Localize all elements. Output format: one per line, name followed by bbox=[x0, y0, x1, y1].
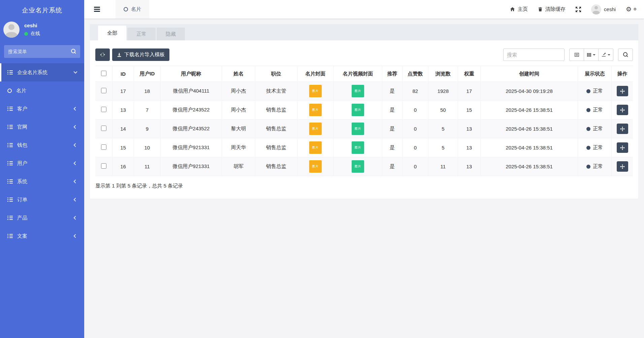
list-icon bbox=[7, 179, 13, 183]
table-row: 14 9 微信用户243522 黎大明 销售总监 图片 图片 是 0 5 13 … bbox=[95, 120, 633, 138]
tab-normal[interactable]: 正常 bbox=[127, 28, 156, 40]
settings-button[interactable]: ⚙⚙ bbox=[626, 6, 637, 12]
home-label: 主页 bbox=[518, 6, 528, 12]
sidebar-item-label: 企业名片系统 bbox=[17, 69, 47, 76]
move-row-button[interactable] bbox=[617, 142, 628, 153]
cell-video-cover: 图片 bbox=[333, 120, 382, 138]
table-body: 17 18 微信用户404111 周小杰 技术主管 图片 图片 是 82 192… bbox=[95, 82, 633, 176]
move-icon bbox=[620, 108, 625, 112]
chevron-left-icon bbox=[73, 161, 77, 165]
cell-likes: 0 bbox=[402, 101, 428, 120]
home-link[interactable]: 主页 bbox=[510, 6, 528, 12]
cell-video-cover: 图片 bbox=[333, 138, 382, 157]
status-dot bbox=[586, 127, 590, 131]
sidebar-item[interactable]: 名片 bbox=[0, 81, 84, 100]
status-label: 正常 bbox=[593, 144, 603, 151]
col-status: 展示状态 bbox=[578, 66, 612, 82]
sidebar-item[interactable]: 钱包 bbox=[0, 136, 84, 154]
col-recommend: 推荐 bbox=[382, 66, 402, 82]
card-cover-image[interactable]: 图片 bbox=[309, 123, 322, 135]
cell-nickname: 微信用户243522 bbox=[161, 101, 222, 120]
columns-grid-icon bbox=[587, 53, 591, 57]
columns-button[interactable] bbox=[584, 48, 599, 61]
table-row: 16 11 微信用户921331 胡军 销售总监 图片 图片 是 0 11 13… bbox=[95, 157, 633, 176]
list-icon bbox=[7, 70, 13, 74]
move-row-button[interactable] bbox=[617, 124, 628, 134]
move-row-button[interactable] bbox=[617, 161, 628, 172]
clear-cache-button[interactable]: 清除缓存 bbox=[538, 6, 566, 12]
move-row-button[interactable] bbox=[617, 105, 628, 115]
card-video-cover-image[interactable]: 图片 bbox=[352, 85, 364, 97]
fullscreen-button[interactable] bbox=[576, 7, 581, 12]
status-label: 正常 bbox=[593, 107, 603, 113]
sidebar-item[interactable]: 订单 bbox=[0, 191, 84, 209]
pagination-summary: 显示第 1 到第 5 条记录，总共 5 条记录 bbox=[95, 183, 633, 189]
tab-hidden[interactable]: 隐藏 bbox=[157, 28, 185, 40]
chevron-left-icon bbox=[73, 107, 77, 110]
cell-select bbox=[95, 82, 112, 101]
cell-views: 1928 bbox=[428, 82, 458, 101]
download-template-button[interactable]: 下载名片导入模板 bbox=[112, 48, 169, 61]
export-button[interactable] bbox=[598, 48, 613, 61]
sidebar-item[interactable]: 文案 bbox=[0, 227, 84, 245]
cell-video-cover: 图片 bbox=[333, 82, 382, 101]
user-menu[interactable]: ceshi bbox=[591, 4, 616, 14]
select-all-checkbox[interactable] bbox=[101, 71, 106, 76]
cell-user-id: 9 bbox=[134, 120, 160, 138]
refresh-button[interactable] bbox=[95, 48, 110, 61]
username-label: ceshi bbox=[604, 6, 616, 12]
card-cover-image[interactable]: 图片 bbox=[309, 160, 322, 173]
card-video-cover-image[interactable]: 图片 bbox=[352, 123, 364, 135]
sidebar-item[interactable]: 企业名片系统 bbox=[0, 63, 84, 81]
search-toggle-button[interactable] bbox=[618, 48, 633, 61]
home-icon bbox=[510, 7, 515, 12]
col-views: 浏览数 bbox=[428, 66, 458, 82]
sidebar-item[interactable]: 系统 bbox=[0, 172, 84, 191]
table-toolbar: 下载名片导入模板 bbox=[95, 48, 633, 61]
cell-actions bbox=[612, 82, 633, 101]
card-video-cover-image[interactable]: 图片 bbox=[352, 160, 364, 173]
cell-views: 5 bbox=[428, 120, 458, 138]
row-checkbox[interactable] bbox=[101, 163, 106, 169]
sidebar-item[interactable]: 用户 bbox=[0, 154, 84, 172]
sidebar-item[interactable]: 产品 bbox=[0, 209, 84, 227]
menu-search-input[interactable] bbox=[4, 45, 80, 58]
list-icon bbox=[7, 216, 13, 220]
table-header-row: ID 用户ID 用户昵称 姓名 职位 名片封面 名片视频封面 推荐 点赞数 浏览… bbox=[95, 66, 633, 82]
cell-weight: 13 bbox=[458, 138, 480, 157]
row-checkbox[interactable] bbox=[101, 144, 106, 150]
sidebar-item[interactable]: 客户 bbox=[0, 100, 84, 118]
row-checkbox[interactable] bbox=[101, 126, 106, 131]
status-label: 正常 bbox=[593, 88, 603, 94]
sidebar-item-label: 名片 bbox=[16, 88, 26, 94]
detail-view-button[interactable] bbox=[569, 48, 584, 61]
sidebar-toggle-button[interactable] bbox=[93, 6, 101, 12]
move-row-button[interactable] bbox=[617, 86, 628, 96]
col-created: 创建时间 bbox=[480, 66, 578, 82]
tab-all[interactable]: 全部 bbox=[98, 26, 126, 40]
navbar-tab-card[interactable]: 名片 bbox=[116, 0, 149, 19]
col-nickname: 用户昵称 bbox=[161, 66, 222, 82]
cell-nickname: 微信用户243522 bbox=[161, 120, 222, 138]
search-icon[interactable] bbox=[71, 49, 76, 54]
navbar-tab-label: 名片 bbox=[131, 6, 141, 12]
status-label: 正常 bbox=[593, 126, 603, 132]
sidebar-item-label: 订单 bbox=[17, 197, 27, 203]
cell-likes: 0 bbox=[402, 120, 428, 138]
row-checkbox[interactable] bbox=[101, 88, 106, 93]
sidebar-item[interactable]: 官网 bbox=[0, 118, 84, 136]
table-search-input[interactable] bbox=[503, 48, 565, 61]
header-select-all bbox=[95, 66, 112, 82]
cell-created: 2025-04-26 15:38:51 bbox=[480, 120, 578, 138]
cell-recommend: 是 bbox=[382, 82, 402, 101]
card-cover-image[interactable]: 图片 bbox=[309, 141, 322, 154]
cell-created: 2025-04-26 15:38:51 bbox=[480, 138, 578, 157]
card-cover-image[interactable]: 图片 bbox=[309, 104, 322, 116]
cell-recommend: 是 bbox=[382, 101, 402, 120]
detail-view-icon bbox=[574, 52, 579, 57]
card-video-cover-image[interactable]: 图片 bbox=[352, 141, 364, 154]
user-name: ceshi bbox=[24, 23, 40, 28]
card-video-cover-image[interactable]: 图片 bbox=[352, 104, 364, 116]
row-checkbox[interactable] bbox=[101, 107, 106, 112]
card-cover-image[interactable]: 图片 bbox=[309, 85, 322, 97]
